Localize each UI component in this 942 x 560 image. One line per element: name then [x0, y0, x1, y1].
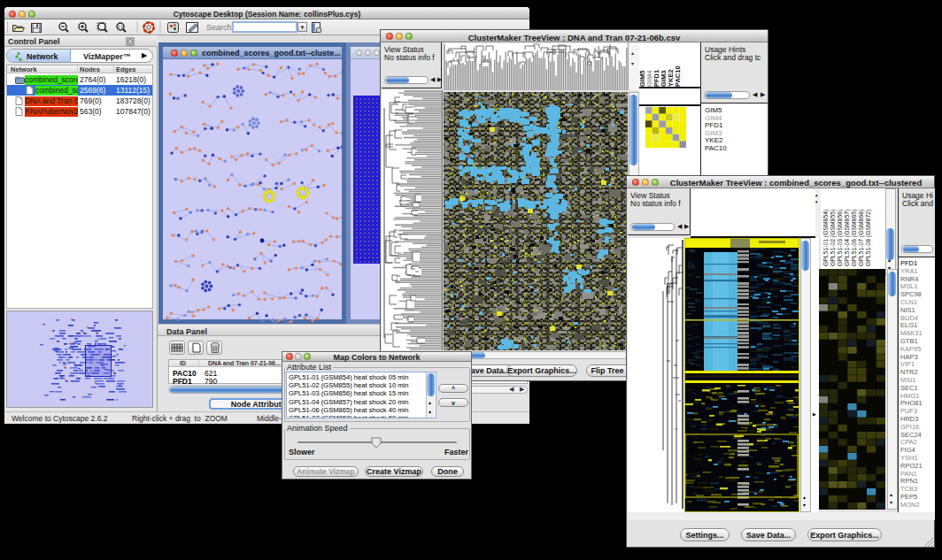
svg-text:PAC10: PAC10 [674, 65, 682, 87]
svg-text:GPL51-01 (GSM854): GPL51-01 (GSM854) [822, 210, 830, 266]
svg-text:GPL51-04 (GSM857): GPL51-04 (GSM857) [844, 210, 851, 266]
svg-text:GPL51-08 (GSM872): GPL51-08 (GSM872) [865, 210, 872, 266]
svg-text:GPL51-06 (GSM865): GPL51-06 (GSM865) [851, 210, 858, 266]
svg-text:GPL51-02 (GSM855): GPL51-02 (GSM855) [830, 210, 837, 266]
svg-text:1:1: 1:1 [118, 25, 124, 29]
svg-text:GPL51-07 (GSM868): GPL51-07 (GSM868) [858, 210, 865, 266]
svg-text:GPL51-03 (GSM856): GPL51-03 (GSM856) [837, 210, 844, 266]
